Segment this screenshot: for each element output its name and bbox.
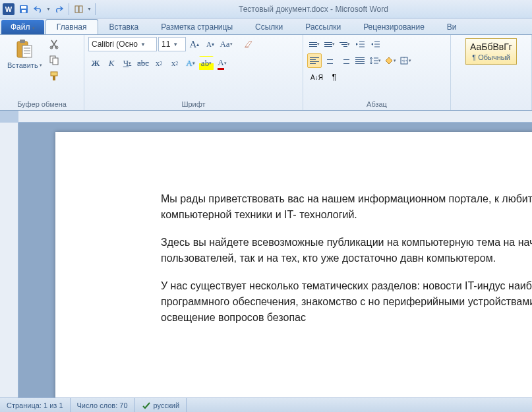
app-name: Microsoft Word	[335, 5, 388, 14]
status-words[interactable]: Число слов: 70	[71, 398, 135, 412]
horizontal-ruler[interactable]	[18, 111, 532, 123]
italic-button[interactable]: К	[104, 56, 119, 71]
ribbon-tabs: Файл ▾ Главная Вставка Разметка страницы…	[0, 18, 532, 35]
numbering-button[interactable]: ▾	[322, 37, 337, 51]
qat-customize[interactable]: ▼	[87, 7, 92, 11]
shrink-font-button[interactable]: A▾	[203, 37, 218, 51]
subscript-button[interactable]: x2	[152, 56, 166, 71]
paste-icon	[14, 39, 35, 60]
tab-home[interactable]: Главная	[45, 19, 98, 34]
bullets-button[interactable]: ▾	[307, 37, 322, 51]
cut-button[interactable]	[47, 37, 61, 51]
style-name: ¶ Обычный	[472, 53, 510, 61]
qat-extra-button[interactable]	[73, 3, 86, 16]
style-sample: АаБбВвГг	[470, 42, 512, 52]
clear-formatting-button[interactable]	[241, 37, 256, 51]
tab-insert[interactable]: Вставка	[98, 19, 150, 34]
svg-rect-3	[75, 6, 78, 13]
grow-font-label: A	[190, 39, 197, 50]
title-sep: -	[328, 5, 336, 14]
line-spacing-button[interactable]: ▾	[368, 53, 382, 68]
qat-separator-2	[95, 3, 96, 15]
align-right-button[interactable]	[338, 53, 352, 68]
file-tab-label: Файл	[11, 22, 30, 32]
group-font: Calibri (Осно▼ 11▼ A▴ A▾ Aa▾ Ж К Ч▾ abc …	[84, 35, 303, 110]
undo-dropdown[interactable]: ▼	[46, 7, 51, 11]
svg-rect-7	[22, 45, 32, 57]
pilcrow-label: ¶	[332, 73, 336, 82]
strike-button[interactable]: abc	[136, 56, 150, 71]
svg-rect-14	[53, 58, 58, 65]
style-normal[interactable]: АаБбВвГг ¶ Обычный	[465, 38, 517, 65]
paste-button[interactable]: Вставить▾	[4, 37, 45, 71]
tab-references[interactable]: Ссылки	[244, 19, 294, 34]
sort-button[interactable]: А↓Я	[307, 70, 326, 84]
justify-button[interactable]	[353, 53, 367, 68]
highlight-button[interactable]: ab▾	[199, 56, 214, 71]
borders-button[interactable]: ▾	[398, 53, 413, 68]
group-styles: АаБбВвГг ¶ Обычный	[451, 35, 532, 110]
sort-label: А↓Я	[310, 74, 323, 81]
paragraph-2[interactable]: Здесь вы найдете всевозможные публикации…	[161, 235, 532, 266]
status-page[interactable]: Страница: 1 из 1	[0, 398, 71, 412]
copy-button[interactable]	[47, 53, 61, 67]
case-label: Aa	[220, 39, 229, 49]
vertical-ruler[interactable]	[0, 123, 18, 397]
align-left-button[interactable]	[307, 53, 322, 68]
show-marks-button[interactable]: ¶	[327, 70, 341, 84]
group-paragraph: ▾ ▾ ▾ ▾ ▾ ▾ А↓Я ¶	[303, 35, 451, 110]
font-color-button[interactable]: A▾	[215, 56, 229, 71]
svg-rect-2	[22, 10, 26, 13]
undo-button[interactable]	[32, 3, 45, 16]
align-center-button[interactable]	[322, 53, 337, 68]
increase-indent-button[interactable]	[368, 37, 382, 51]
clipboard-group-label: Буфер обмена	[4, 99, 80, 110]
qat-separator	[69, 3, 69, 15]
save-button[interactable]	[17, 3, 30, 16]
bold-button[interactable]: Ж	[88, 56, 103, 71]
file-tab[interactable]: Файл ▾	[1, 20, 44, 34]
status-bar: Страница: 1 из 1 Число слов: 70 русский	[0, 397, 532, 412]
grow-font-button[interactable]: A▴	[187, 37, 202, 51]
workspace: Мы рады приветствовать вас на нашем инфо…	[0, 111, 532, 397]
svg-rect-1	[21, 6, 26, 9]
redo-button[interactable]	[52, 3, 65, 16]
tab-mailings[interactable]: Рассылки	[294, 19, 352, 34]
font-group-label: Шрифт	[88, 99, 299, 110]
tab-view-cut[interactable]: Ви	[436, 19, 468, 34]
spellcheck-icon	[142, 401, 151, 410]
title-bar: W ▼ ▼ Тестовый документ.docx - Microsoft…	[0, 0, 532, 18]
superscript-button[interactable]: x2	[167, 56, 182, 71]
shrink-font-label: A	[206, 40, 212, 48]
underline-label: Ч	[123, 58, 129, 69]
underline-button[interactable]: Ч▾	[120, 56, 134, 71]
page[interactable]: Мы рады приветствовать вас на нашем инфо…	[55, 132, 532, 397]
paste-label: Вставить	[7, 61, 38, 69]
format-painter-button[interactable]	[47, 69, 61, 83]
font-size-value: 11	[162, 40, 170, 49]
svg-rect-15	[51, 72, 57, 76]
change-case-button[interactable]: Aa▾	[219, 37, 233, 51]
styles-group-label	[455, 99, 527, 110]
multilevel-button[interactable]: ▾	[338, 37, 352, 51]
decrease-indent-button[interactable]	[353, 37, 367, 51]
status-language[interactable]: русский	[135, 398, 187, 412]
paragraph-3[interactable]: У нас существует несколько тематических …	[161, 278, 532, 326]
quick-access-toolbar: ▼ ▼	[17, 3, 98, 16]
svg-rect-4	[79, 6, 82, 13]
word-app-icon: W	[3, 3, 15, 15]
font-family-value: Calibri (Осно	[92, 40, 138, 49]
paragraph-group-label: Абзац	[307, 99, 446, 110]
paragraph-1[interactable]: Мы рады приветствовать вас на нашем инфо…	[161, 191, 532, 223]
doc-name: Тестовый документ.docx	[239, 5, 328, 14]
tab-review[interactable]: Рецензирование	[352, 19, 436, 34]
tab-page-layout[interactable]: Разметка страницы	[150, 19, 244, 34]
font-family-combo[interactable]: Calibri (Осно▼	[88, 37, 157, 51]
document-area[interactable]: Мы рады приветствовать вас на нашем инфо…	[18, 123, 532, 397]
text-effects-button[interactable]: A▾	[183, 56, 198, 71]
shading-button[interactable]: ▾	[383, 53, 398, 68]
status-language-label: русский	[154, 401, 179, 409]
window-title: Тестовый документ.docx - Microsoft Word	[98, 5, 529, 14]
font-size-combo[interactable]: 11▼	[158, 37, 186, 51]
group-clipboard: Вставить▾ Буфер обмена	[0, 35, 84, 110]
